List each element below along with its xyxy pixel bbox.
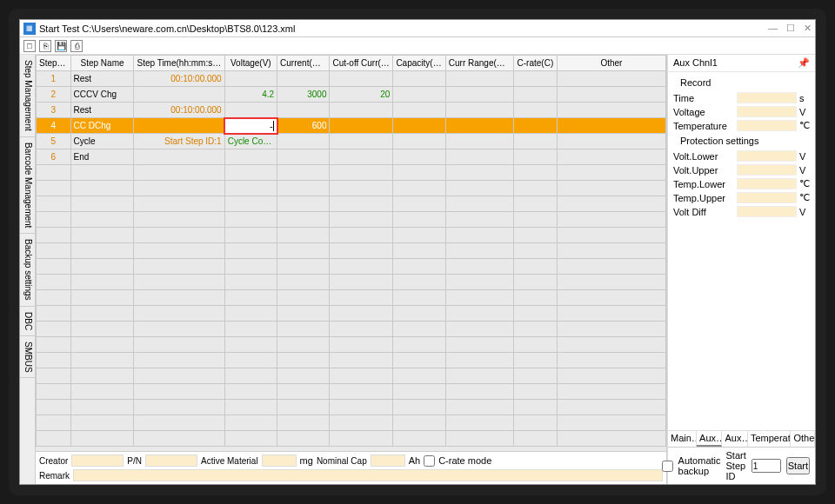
aux-row: VoltageV xyxy=(673,106,810,117)
table-row[interactable]: 3Rest00:10:00.000 xyxy=(37,103,666,118)
app-icon: ▦ xyxy=(23,23,36,35)
aux-heading: Protection settings xyxy=(673,134,810,148)
pin-icon[interactable]: 📌 xyxy=(798,57,810,69)
start-step-id-input[interactable] xyxy=(752,459,781,473)
table-row[interactable] xyxy=(37,306,666,322)
aux-input[interactable] xyxy=(737,206,797,217)
crate-mode-label: C-rate mode xyxy=(438,455,491,466)
aux-heading: Record xyxy=(673,76,810,90)
table-row[interactable] xyxy=(37,196,666,212)
col-header[interactable]: Voltage(V) xyxy=(224,56,277,71)
aux-row: Temp.Upper℃ xyxy=(673,192,810,203)
table-row[interactable] xyxy=(37,415,666,431)
table-row[interactable]: 4CC DChg-600 xyxy=(37,118,666,134)
table-row[interactable]: 6End xyxy=(37,149,666,165)
table-row[interactable] xyxy=(37,400,666,415)
aux-row: Volt.UpperV xyxy=(673,164,810,176)
creator-label: Creator xyxy=(39,456,68,466)
ah-unit: Ah xyxy=(409,455,420,466)
auto-backup-checkbox[interactable] xyxy=(662,461,673,472)
window-title: Start Test C:\Users\neware.com.cn\Deskto… xyxy=(39,23,768,34)
aux-input[interactable] xyxy=(737,178,797,189)
titlebar: ▦ Start Test C:\Users\neware.com.cn\Desk… xyxy=(20,20,815,37)
right-footer: Automatic backup Start Step ID Start xyxy=(668,447,815,484)
aux-tab[interactable]: Aux… xyxy=(697,431,722,447)
col-header[interactable]: Cut-off Curr(mA) xyxy=(330,56,393,71)
aux-input[interactable] xyxy=(737,106,797,117)
aux-tab[interactable]: Aux… xyxy=(722,431,747,447)
nominal-cap-label: Nominal Cap xyxy=(317,456,367,466)
pn-input[interactable] xyxy=(145,454,197,467)
table-row[interactable] xyxy=(37,275,666,290)
table-row[interactable] xyxy=(37,337,666,353)
save-file-icon[interactable]: 💾 xyxy=(55,40,67,52)
side-tabs: Step ManagementBarcode ManagementBackup … xyxy=(20,55,36,484)
table-row[interactable] xyxy=(37,368,666,384)
active-material-label: Active Material xyxy=(201,456,258,466)
save-as-icon[interactable]: ⎙ xyxy=(70,40,83,52)
aux-panel: Aux Chnl1 📌 RecordTimesVoltageVTemperatu… xyxy=(667,55,815,484)
aux-input[interactable] xyxy=(737,150,797,162)
col-header[interactable]: Step Name xyxy=(70,56,134,71)
table-row[interactable] xyxy=(37,322,666,337)
aux-tab[interactable]: Other xyxy=(791,431,815,447)
table-row[interactable] xyxy=(37,353,666,368)
table-row[interactable] xyxy=(37,181,666,196)
col-header[interactable]: C-rate(C) xyxy=(513,56,557,71)
mg-unit: mg xyxy=(300,455,313,466)
start-button[interactable]: Start xyxy=(786,457,810,474)
table-row[interactable]: 1Rest00:10:00.000 xyxy=(37,71,666,87)
aux-row: Temperature℃ xyxy=(673,120,810,131)
new-file-icon[interactable]: □ xyxy=(23,40,36,52)
app-window: ▦ Start Test C:\Users\neware.com.cn\Desk… xyxy=(19,19,816,485)
side-tab-1[interactable]: Barcode Management xyxy=(20,137,35,234)
aux-row: Temp.Lower℃ xyxy=(673,178,810,189)
close-button[interactable]: ✕ xyxy=(804,23,812,34)
col-header[interactable]: Capacity(Ah) xyxy=(393,56,445,71)
nominal-cap-input[interactable] xyxy=(371,454,405,467)
table-row[interactable]: 2CCCV Chg4.2300020 xyxy=(37,87,666,103)
table-row[interactable] xyxy=(37,290,666,306)
aux-input[interactable] xyxy=(737,192,797,203)
aux-input[interactable] xyxy=(737,120,797,131)
side-tab-4[interactable]: SMBUS xyxy=(20,336,35,379)
step-grid[interactable]: Step IDStep NameStep Time(hh:mm:ss.ms)Vo… xyxy=(36,55,666,451)
aux-title: Aux Chnl1 xyxy=(673,57,718,69)
maximize-button[interactable]: ☐ xyxy=(786,23,795,34)
table-row[interactable] xyxy=(37,431,666,447)
minimize-button[interactable]: — xyxy=(768,23,778,34)
col-header[interactable]: Step ID xyxy=(37,56,71,71)
table-row[interactable] xyxy=(37,259,666,275)
remark-label: Remark xyxy=(39,471,70,481)
start-step-id-label: Start Step ID xyxy=(726,450,746,481)
open-file-icon[interactable]: ⎘ xyxy=(39,40,51,52)
col-header[interactable]: Curr Range(mA) xyxy=(445,56,513,71)
aux-tabs: Main…Aux…Aux…Temperat…Other xyxy=(668,430,815,447)
side-tab-0[interactable]: Step Management xyxy=(20,55,35,137)
crate-mode-checkbox[interactable] xyxy=(424,455,435,467)
side-tab-2[interactable]: Backup settings xyxy=(20,234,35,307)
aux-tab[interactable]: Temperat… xyxy=(748,431,792,447)
table-row[interactable] xyxy=(37,212,666,228)
toolbar: □ ⎘ 💾 ⎙ xyxy=(20,37,815,55)
col-header[interactable]: Other xyxy=(557,56,665,71)
side-tab-3[interactable]: DBC xyxy=(20,307,35,336)
table-row[interactable] xyxy=(37,228,666,243)
remark-input[interactable] xyxy=(73,469,663,481)
table-row[interactable] xyxy=(37,384,666,400)
bottom-form: Creator P/N Active Material mg Nominal C… xyxy=(36,451,666,484)
auto-backup-label: Automatic backup xyxy=(678,455,721,476)
aux-row: Times xyxy=(673,92,810,103)
table-row[interactable] xyxy=(37,165,666,181)
creator-input[interactable] xyxy=(71,454,124,467)
aux-input[interactable] xyxy=(737,164,797,176)
table-row[interactable]: 5CycleStart Step ID:1Cycle Count:500 xyxy=(37,134,666,149)
active-material-input[interactable] xyxy=(262,454,297,467)
col-header[interactable]: Current(mA) xyxy=(277,56,330,71)
pn-label: P/N xyxy=(127,456,142,466)
table-row[interactable] xyxy=(37,243,666,259)
aux-input[interactable] xyxy=(737,92,797,103)
aux-tab[interactable]: Main… xyxy=(668,431,697,447)
aux-row: Volt DiffV xyxy=(673,206,810,217)
col-header[interactable]: Step Time(hh:mm:ss.ms) xyxy=(134,56,224,71)
